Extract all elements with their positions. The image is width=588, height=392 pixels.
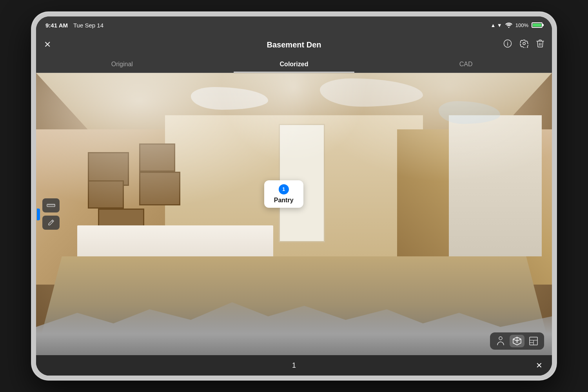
svg-point-11: [499, 337, 502, 340]
room-scan-view[interactable]: 1 Pantry: [36, 73, 552, 355]
delete-button[interactable]: [536, 39, 544, 50]
callout-label: Pantry: [271, 197, 296, 204]
close-button[interactable]: ✕: [44, 40, 51, 49]
svg-point-2: [507, 42, 508, 43]
callout-badge: 1: [279, 184, 289, 194]
status-time: 9:41 AM: [45, 22, 68, 29]
status-bar: 9:41 AM Tue Sep 14 ▲ ▼ 100%: [36, 16, 552, 34]
status-right: ▲ ▼ 100%: [490, 22, 543, 28]
ipad-frame: 9:41 AM Tue Sep 14 ▲ ▼ 100% ✕: [31, 12, 557, 380]
svg-point-3: [523, 42, 525, 45]
main-content[interactable]: 1 Pantry: [36, 73, 552, 355]
tab-colorized[interactable]: Colorized: [208, 56, 380, 73]
3d-view-button[interactable]: [510, 335, 524, 347]
battery-fill: [533, 24, 541, 27]
tab-bar: Original Colorized CAD: [36, 56, 552, 73]
bottom-close-button[interactable]: ✕: [536, 361, 543, 370]
settings-button[interactable]: [520, 39, 528, 50]
bottom-bar: 1 ✕: [36, 355, 552, 376]
title-bar-left: ✕: [44, 40, 51, 49]
wifi-signal-icon: [505, 22, 512, 28]
left-toolbar: [42, 198, 60, 230]
title-bar-right: [503, 39, 544, 50]
battery-icon: [532, 22, 543, 28]
pantry-callout[interactable]: 1 Pantry: [264, 180, 303, 208]
person-view-button[interactable]: [493, 335, 508, 347]
tab-original[interactable]: Original: [36, 56, 208, 73]
floor-plan-view-button[interactable]: [526, 335, 541, 347]
wifi-icon: ▲ ▼: [490, 22, 502, 28]
info-button[interactable]: [503, 39, 512, 50]
left-edge-indicator[interactable]: [37, 209, 40, 220]
page-title: Basement Den: [267, 40, 321, 49]
scan-overlay: [36, 73, 552, 355]
item-count: 1: [292, 361, 296, 370]
tab-cad[interactable]: CAD: [380, 56, 552, 73]
room-background: [36, 73, 552, 355]
ipad-screen: 9:41 AM Tue Sep 14 ▲ ▼ 100% ✕: [36, 16, 552, 376]
view-controls: [490, 332, 544, 350]
measure-tool-button[interactable]: [42, 198, 60, 212]
battery-text: 100%: [515, 22, 528, 28]
edit-tool-button[interactable]: [42, 216, 60, 230]
title-bar: ✕ Basement Den: [36, 34, 552, 56]
status-date: Tue Sep 14: [73, 22, 103, 29]
svg-point-0: [508, 27, 509, 28]
